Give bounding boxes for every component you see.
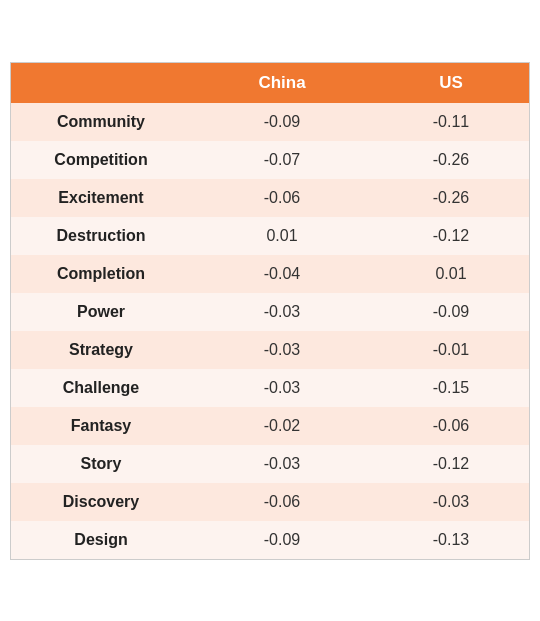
row-label: Fantasy	[11, 407, 191, 445]
row-label: Challenge	[11, 369, 191, 407]
row-us-value: -0.03	[373, 483, 529, 521]
row-us-value: -0.09	[373, 293, 529, 331]
table-row: Discovery-0.06-0.03	[11, 483, 529, 521]
row-us-value: -0.12	[373, 445, 529, 483]
row-label: Story	[11, 445, 191, 483]
header-us: US	[373, 63, 529, 103]
row-china-value: -0.09	[191, 103, 373, 141]
table-row: Excitement-0.06-0.26	[11, 179, 529, 217]
row-china-value: -0.07	[191, 141, 373, 179]
row-china-value: -0.06	[191, 483, 373, 521]
row-china-value: -0.09	[191, 521, 373, 559]
table-row: Strategy-0.03-0.01	[11, 331, 529, 369]
row-label: Destruction	[11, 217, 191, 255]
row-china-value: -0.02	[191, 407, 373, 445]
row-label: Excitement	[11, 179, 191, 217]
table-row: Challenge-0.03-0.15	[11, 369, 529, 407]
row-china-value: 0.01	[191, 217, 373, 255]
table-row: Destruction0.01-0.12	[11, 217, 529, 255]
row-label: Strategy	[11, 331, 191, 369]
header-category	[11, 63, 191, 103]
row-us-value: -0.15	[373, 369, 529, 407]
row-us-value: -0.26	[373, 179, 529, 217]
row-us-value: -0.13	[373, 521, 529, 559]
row-china-value: -0.04	[191, 255, 373, 293]
row-label: Design	[11, 521, 191, 559]
table-row: Power-0.03-0.09	[11, 293, 529, 331]
table-row: Completion-0.040.01	[11, 255, 529, 293]
row-us-value: -0.12	[373, 217, 529, 255]
table-row: Competition-0.07-0.26	[11, 141, 529, 179]
table-row: Community-0.09-0.11	[11, 103, 529, 141]
row-label: Discovery	[11, 483, 191, 521]
row-china-value: -0.06	[191, 179, 373, 217]
row-label: Community	[11, 103, 191, 141]
row-china-value: -0.03	[191, 445, 373, 483]
row-us-value: -0.06	[373, 407, 529, 445]
row-china-value: -0.03	[191, 293, 373, 331]
table-row: Fantasy-0.02-0.06	[11, 407, 529, 445]
row-label: Completion	[11, 255, 191, 293]
table-row: Story-0.03-0.12	[11, 445, 529, 483]
row-us-value: -0.11	[373, 103, 529, 141]
data-table: China US Community-0.09-0.11Competition-…	[10, 62, 530, 560]
row-label: Competition	[11, 141, 191, 179]
table-row: Design-0.09-0.13	[11, 521, 529, 559]
row-label: Power	[11, 293, 191, 331]
row-us-value: -0.01	[373, 331, 529, 369]
header-china: China	[191, 63, 373, 103]
row-china-value: -0.03	[191, 369, 373, 407]
row-china-value: -0.03	[191, 331, 373, 369]
row-us-value: -0.26	[373, 141, 529, 179]
row-us-value: 0.01	[373, 255, 529, 293]
